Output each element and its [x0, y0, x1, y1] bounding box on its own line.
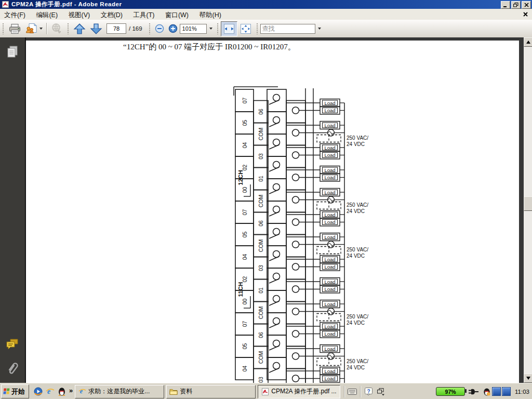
zoom-out-button[interactable]	[153, 21, 166, 36]
page-number-input[interactable]	[107, 23, 126, 34]
svg-text:Load: Load	[324, 145, 335, 151]
minimize-icon	[503, 3, 508, 7]
toolbar-grip[interactable]	[67, 23, 69, 34]
svg-text:Load: Load	[324, 212, 335, 218]
pdf-document-icon	[261, 388, 269, 396]
taskbar-separator	[360, 386, 361, 397]
tray-icons	[483, 387, 511, 396]
battery-indicator[interactable]: 97%	[436, 387, 465, 396]
taskbar-task-folder[interactable]: 资料	[166, 385, 256, 398]
svg-text:e: e	[79, 388, 83, 395]
menu-document[interactable]: 文档(D)	[97, 9, 127, 20]
svg-text:Load: Load	[324, 234, 335, 240]
next-page-button[interactable]	[88, 21, 104, 36]
svg-text:Load: Load	[324, 219, 335, 225]
vertical-scrollbar[interactable]	[524, 37, 532, 383]
task-label: CPM2A 操作手册.pdf ...	[271, 387, 336, 396]
find-dropdown-arrow[interactable]	[318, 28, 321, 30]
zoom-in-icon	[168, 24, 178, 33]
scroll-down-button[interactable]	[524, 374, 532, 383]
taskbar-task-pdf[interactable]: CPM2A 操作手册.pdf ...	[258, 385, 340, 398]
quick-launch-overflow[interactable]: »	[69, 387, 73, 394]
keyboard-icon	[348, 389, 357, 395]
window-titlebar: CPM2A 操作手册.pdf - Adobe Reader	[0, 0, 532, 9]
folder-icon	[169, 388, 178, 396]
taskbar-task-ie[interactable]: e 求助：这是我的毕业...	[75, 385, 164, 398]
scrollbar-thumb[interactable]	[524, 196, 532, 211]
svg-text:250 VAC/: 250 VAC/	[347, 358, 368, 364]
svg-text:24 VDC: 24 VDC	[347, 253, 365, 259]
previous-page-button[interactable]	[71, 21, 88, 36]
svg-text:?: ?	[367, 389, 370, 394]
media-player-launcher[interactable]	[33, 387, 43, 396]
start-button[interactable]: 开始	[1, 384, 29, 398]
windows-logo-icon	[3, 388, 10, 395]
toolbar: / 169 101%	[0, 20, 532, 38]
svg-text:24 VDC: 24 VDC	[347, 208, 365, 214]
comments-panel-button[interactable]	[6, 338, 19, 351]
svg-text:Load: Load	[324, 175, 335, 180]
zoom-level-value: 101%	[182, 25, 197, 32]
menu-edit[interactable]: 编辑(E)	[32, 9, 62, 20]
menu-view[interactable]: 视图(V)	[64, 9, 95, 20]
toolbar-grip[interactable]	[256, 23, 258, 34]
svg-text:COM: COM	[258, 128, 264, 141]
fit-width-button[interactable]	[221, 21, 237, 36]
svg-text:Load: Load	[324, 167, 335, 173]
qq-tray-icon[interactable]	[483, 388, 491, 396]
qq-launcher[interactable]	[57, 387, 66, 396]
help-indicator[interactable]: ?	[362, 386, 375, 397]
menu-window[interactable]: 窗口(W)	[161, 9, 193, 20]
restore-button[interactable]	[511, 1, 521, 9]
document-area: “12CH”的 00 ~ 07 端子对应于 IR01200 ~ IR01207。…	[0, 37, 532, 383]
svg-text:05: 05	[242, 232, 248, 238]
menu-bar: 文件(F) 编辑(E) 视图(V) 文档(D) 工具(T) 窗口(W) 帮助(H…	[0, 9, 532, 20]
toolbar-grip[interactable]	[217, 23, 219, 34]
svg-text:Load: Load	[324, 108, 335, 113]
scroll-up-button[interactable]	[524, 37, 532, 47]
svg-text:COM: COM	[258, 351, 264, 364]
internet-explorer-launcher[interactable]: e	[45, 387, 55, 396]
svg-text:250 VAC/: 250 VAC/	[347, 202, 368, 208]
svg-text:07: 07	[242, 321, 248, 327]
close-icon	[524, 3, 529, 7]
svg-text:04: 04	[242, 142, 248, 149]
zoom-out-icon	[155, 24, 164, 33]
zoom-dropdown-arrow[interactable]	[209, 28, 212, 30]
svg-text:Load: Load	[324, 346, 335, 352]
qq-penguin-icon	[58, 387, 66, 396]
arrow-up-icon	[73, 23, 86, 35]
svg-text:Load: Load	[324, 190, 335, 195]
find-input[interactable]	[260, 24, 315, 34]
tray-icon-file-service[interactable]	[502, 387, 511, 396]
svg-text:Load: Load	[324, 331, 335, 337]
tray-icon-license-manager[interactable]	[492, 387, 501, 396]
zoom-level-combo[interactable]: 101%	[180, 24, 207, 34]
page-text-line: “12CH”的 00 ~ 07 端子对应于 IR01200 ~ IR01207。	[123, 42, 296, 52]
svg-text:Load: Load	[324, 100, 335, 106]
svg-text:04: 04	[242, 254, 248, 260]
zoom-in-button[interactable]	[166, 21, 180, 36]
svg-text:06: 06	[258, 332, 264, 338]
menu-tools[interactable]: 工具(T)	[129, 9, 158, 20]
collaborate-button[interactable]	[23, 21, 45, 36]
minimize-button[interactable]	[501, 1, 510, 9]
ac-power-plug-icon[interactable]	[468, 388, 480, 396]
menu-file[interactable]: 文件(F)	[0, 9, 30, 20]
pages-panel-button[interactable]	[6, 45, 19, 58]
attachments-panel-button[interactable]	[6, 361, 19, 374]
print-button[interactable]	[6, 21, 23, 36]
desktop-toolbar-button[interactable]	[375, 386, 387, 397]
svg-text:COM: COM	[258, 195, 264, 208]
close-button[interactable]	[522, 1, 531, 9]
svg-text:00: 00	[242, 299, 248, 305]
menu-help[interactable]: 帮助(H)	[195, 9, 225, 20]
document-close-icon[interactable]	[523, 11, 528, 17]
input-method-indicator[interactable]	[346, 386, 358, 397]
toolbar-grip[interactable]	[2, 23, 4, 34]
svg-text:24 VDC: 24 VDC	[347, 320, 365, 326]
fit-page-button[interactable]	[237, 21, 254, 36]
arrow-down-icon	[90, 23, 102, 35]
scroll-up-icon	[526, 41, 530, 44]
toolbar-grip[interactable]	[149, 23, 151, 34]
